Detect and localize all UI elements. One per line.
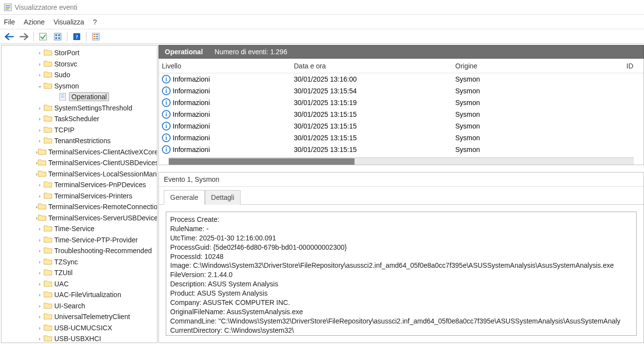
help-button[interactable]: ? — [70, 31, 83, 43]
folder-icon — [44, 291, 52, 299]
table-row[interactable]: iInformazioni30/01/2025 13:15:19Sysmon — [159, 97, 644, 108]
scrollbar-thumb[interactable] — [169, 158, 355, 165]
folder-icon — [44, 126, 52, 134]
tree-item[interactable]: ›UAC — [1, 279, 157, 290]
chevron-right-icon[interactable]: › — [36, 116, 44, 122]
tree-item[interactable]: ⌄Sysmon — [1, 81, 157, 92]
chevron-right-icon[interactable]: › — [36, 237, 44, 243]
tree-item[interactable]: ›TZSync — [1, 257, 157, 268]
tree-item-label: Storsvc — [54, 60, 77, 68]
table-row[interactable]: iInformazioni30/01/2025 13:15:15Sysmon — [159, 132, 644, 144]
tab-details[interactable]: Dettagli — [205, 190, 241, 205]
col-header-id[interactable]: ID — [626, 62, 644, 70]
chevron-right-icon[interactable]: › — [36, 182, 44, 188]
tree-item[interactable]: ›TerminalServices-LocalSessionManager — [1, 169, 157, 180]
tree-item[interactable]: ›TerminalServices-Printers — [1, 191, 157, 202]
chevron-right-icon[interactable]: › — [36, 50, 44, 56]
chevron-right-icon[interactable]: › — [36, 314, 44, 320]
table-row[interactable]: iInformazioni30/01/2025 13:15:15Sysmon — [159, 108, 644, 120]
chevron-right-icon[interactable]: › — [36, 281, 44, 287]
col-header-date[interactable]: Data e ora — [294, 62, 455, 70]
menu-view[interactable]: Visualizza — [53, 18, 84, 26]
folder-icon — [38, 159, 46, 167]
scope-button[interactable] — [37, 31, 49, 43]
svg-rect-6 — [55, 34, 57, 36]
svg-rect-15 — [93, 38, 95, 39]
tree-item[interactable]: ›TerminalServices-ClientActiveXCore — [1, 147, 157, 158]
tree-item[interactable]: ›USB-UCMUCSICX — [1, 322, 157, 334]
folder-icon — [44, 104, 52, 112]
chevron-right-icon[interactable]: › — [36, 303, 44, 309]
tree-item[interactable]: Operational — [1, 91, 157, 103]
properties-button[interactable] — [51, 31, 64, 43]
tree-item[interactable]: ›TZUtil — [1, 267, 157, 279]
tree-item-label: Time-Service-PTP-Provider — [54, 236, 138, 244]
col-header-level[interactable]: Livello — [162, 62, 294, 70]
tree-pane[interactable]: ›StorPort›Storsvc›Sudo⌄SysmonOperational… — [1, 45, 157, 343]
cell-level-text: Informazioni — [173, 122, 210, 130]
tree-item[interactable]: ›StorPort — [1, 47, 157, 59]
tree-item[interactable]: ›UniversalTelemetryClient — [1, 311, 157, 322]
chevron-right-icon[interactable]: › — [36, 72, 44, 78]
forward-button[interactable] — [18, 31, 30, 43]
svg-rect-16 — [96, 34, 98, 35]
horizontal-scrollbar[interactable] — [169, 157, 634, 165]
tree-item[interactable]: ›TerminalServices-PnPDevices — [1, 179, 157, 191]
folder-icon — [38, 203, 46, 211]
col-header-source[interactable]: Origine — [455, 62, 626, 70]
tree-item[interactable]: ›Time-Service — [1, 223, 157, 235]
tree-item[interactable]: ›TerminalServices-RemoteConnectionManage… — [1, 201, 157, 213]
tree-item[interactable]: ›SystemSettingsThreshold — [1, 103, 157, 114]
table-row[interactable]: iInformazioni30/01/2025 13:15:15Sysmon — [159, 120, 644, 132]
detail-line: OriginalFileName: AsusSystemAnalysis.exe — [170, 307, 632, 317]
chevron-right-icon[interactable]: › — [36, 105, 44, 111]
tree-item[interactable]: ›Time-Service-PTP-Provider — [1, 235, 157, 246]
folder-icon — [38, 148, 46, 156]
tree-item[interactable]: ›UAC-FileVirtualization — [1, 289, 157, 301]
tree-item[interactable]: ›TenantRestrictions — [1, 135, 157, 147]
menu-help[interactable]: ? — [93, 18, 97, 26]
menu-action[interactable]: Azione — [24, 18, 45, 26]
chevron-right-icon[interactable]: › — [36, 292, 44, 298]
tree-item[interactable]: ›TCPIP — [1, 125, 157, 136]
tree-item[interactable]: ›USB-USBXHCI — [1, 333, 157, 343]
chevron-right-icon[interactable]: › — [36, 270, 44, 276]
table-row[interactable]: iInformazioni30/01/2025 13:16:00Sysmon — [159, 73, 644, 85]
chevron-right-icon[interactable]: › — [36, 138, 44, 144]
chevron-right-icon[interactable]: › — [36, 127, 44, 133]
table-row[interactable]: iInformazioni30/01/2025 13:15:54Sysmon — [159, 85, 644, 97]
chevron-right-icon[interactable]: › — [36, 61, 44, 67]
tree-item[interactable]: ›Troubleshooting-Recommended — [1, 245, 157, 257]
tree-item[interactable]: ›UI-Search — [1, 301, 157, 312]
menu-file[interactable]: File — [4, 18, 15, 26]
tree-item[interactable]: ›TerminalServices-ServerUSBDevices — [1, 213, 157, 224]
chevron-right-icon[interactable]: › — [36, 248, 44, 254]
back-button[interactable] — [3, 31, 16, 43]
list-view-button[interactable] — [89, 31, 102, 43]
folder-icon — [38, 170, 46, 178]
detail-body[interactable]: Process Create:RuleName: -UtcTime: 2025-… — [166, 212, 637, 336]
chevron-right-icon[interactable]: › — [36, 193, 44, 199]
tab-general[interactable]: Generale — [164, 190, 205, 205]
tree-item-label: SystemSettingsThreshold — [54, 104, 133, 112]
chevron-right-icon[interactable]: › — [36, 226, 44, 232]
tree-item[interactable]: ›Sudo — [1, 69, 157, 81]
detail-line: Description: ASUS System Analysis — [170, 280, 632, 289]
chevron-down-icon[interactable]: ⌄ — [36, 83, 44, 89]
detail-tabs: Generale Dettagli — [159, 187, 644, 205]
tree-item[interactable]: ›TerminalServices-ClientUSBDevices — [1, 157, 157, 169]
tree-item-label: USB-UCMUCSICX — [54, 324, 112, 332]
detail-line: Image: C:\Windows\System32\DriverStore\F… — [170, 261, 632, 270]
folder-icon — [44, 258, 52, 266]
chevron-right-icon[interactable]: › — [36, 336, 44, 342]
tree-item[interactable]: ›Storsvc — [1, 59, 157, 70]
cell-level-text: Informazioni — [173, 134, 210, 142]
chevron-right-icon[interactable]: › — [36, 259, 44, 265]
chevron-right-icon[interactable]: › — [36, 325, 44, 331]
tree-item-label: TenantRestrictions — [54, 137, 111, 145]
folder-icon — [44, 82, 52, 90]
table-header: Livello Data e ora Origine ID — [159, 59, 644, 73]
table-row[interactable]: iInformazioni30/01/2025 13:15:15Sysmon — [159, 144, 644, 155]
window-title: Visualizzatore eventi — [15, 3, 77, 11]
tree-item[interactable]: ›TaskScheduler — [1, 113, 157, 125]
